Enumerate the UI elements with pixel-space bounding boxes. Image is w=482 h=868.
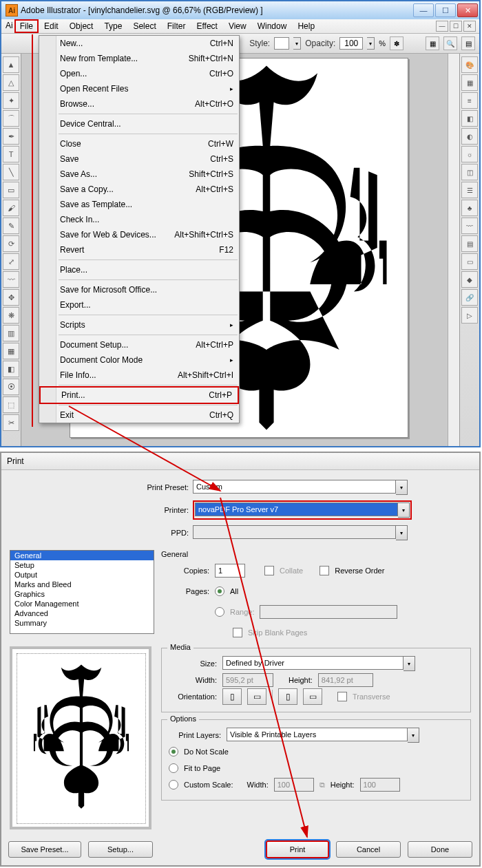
- file-menu-item[interactable]: Document Color Mode▸: [39, 352, 239, 368]
- file-menu-item[interactable]: Save As...Shift+Ctrl+S: [39, 167, 239, 182]
- media-size-dropdown-button[interactable]: ▾: [404, 656, 415, 671]
- file-menu-item[interactable]: Save a Copy...Alt+Ctrl+S: [39, 182, 239, 197]
- align-panel-icon[interactable]: ▤: [461, 235, 478, 252]
- file-menu-item[interactable]: Document Setup...Alt+Ctrl+P: [39, 337, 239, 352]
- color-panel-icon[interactable]: 🎨: [461, 56, 478, 73]
- layers-panel-icon[interactable]: ☰: [461, 182, 478, 198]
- gradient-tool-icon[interactable]: ◧: [3, 361, 19, 377]
- mesh-tool-icon[interactable]: ▦: [3, 343, 19, 359]
- category-item[interactable]: Marks and Bleed: [10, 580, 154, 589]
- print-preset-dropdown-button[interactable]: ▾: [396, 480, 408, 495]
- fit-to-page-radio[interactable]: [169, 763, 178, 773]
- doc-restore-button[interactable]: ☐: [450, 21, 462, 32]
- orientation-portrait-down-icon[interactable]: ▯: [278, 688, 297, 705]
- brushes-panel-icon[interactable]: 〰: [461, 218, 478, 234]
- doc-setup-icon[interactable]: ▦: [426, 36, 439, 50]
- file-menu-item[interactable]: Save for Microsoft Office...: [39, 282, 239, 297]
- menu-effect[interactable]: Effect: [191, 19, 222, 33]
- cancel-button[interactable]: Cancel: [336, 841, 401, 858]
- file-menu-item[interactable]: Device Central...: [39, 116, 239, 131]
- file-menu-item[interactable]: Print...Ctrl+P: [39, 386, 239, 404]
- scale-tool-icon[interactable]: ⤢: [3, 253, 19, 270]
- graph-tool-icon[interactable]: ▥: [3, 325, 19, 341]
- links-panel-icon[interactable]: 🔗: [461, 289, 478, 306]
- selection-tool-icon[interactable]: ▲: [3, 56, 19, 73]
- slice-tool-icon[interactable]: ✂: [3, 414, 19, 431]
- file-menu-item[interactable]: Scripts▸: [39, 317, 239, 332]
- file-menu-item[interactable]: New...Ctrl+N: [39, 36, 239, 51]
- type-tool-icon[interactable]: T: [3, 146, 19, 162]
- copies-input[interactable]: 1: [215, 564, 245, 578]
- doc-minimize-button[interactable]: —: [436, 21, 448, 32]
- file-menu-item[interactable]: Check In...: [39, 212, 239, 227]
- graphic-styles-panel-icon[interactable]: ◫: [461, 164, 478, 180]
- category-list[interactable]: GeneralSetupOutputMarks and BleedGraphic…: [10, 550, 154, 634]
- print-preset-value[interactable]: Custom: [193, 480, 396, 494]
- free-transform-tool-icon[interactable]: ✥: [3, 289, 19, 306]
- blend-tool-icon[interactable]: ⬚: [3, 396, 19, 413]
- print-layers-value[interactable]: Visible & Printable Layers: [227, 728, 408, 741]
- media-size-value[interactable]: Defined by Driver: [222, 656, 404, 670]
- file-menu-item[interactable]: ExitCtrl+Q: [39, 407, 239, 423]
- category-item[interactable]: General: [10, 551, 154, 560]
- category-item[interactable]: Output: [10, 570, 154, 580]
- gradient-panel-icon[interactable]: ◧: [461, 110, 478, 127]
- file-menu-item[interactable]: New from Template...Shift+Ctrl+N: [39, 51, 239, 66]
- opacity-input[interactable]: 100: [339, 37, 363, 50]
- category-item[interactable]: Graphics: [10, 589, 154, 599]
- rotate-tool-icon[interactable]: ⟳: [3, 235, 19, 252]
- opacity-dropdown-button[interactable]: ▾: [367, 37, 375, 50]
- swatches-panel-icon[interactable]: ▦: [461, 74, 478, 91]
- file-menu-item[interactable]: Export...: [39, 297, 239, 313]
- menu-file[interactable]: File: [14, 19, 39, 33]
- file-menu-item[interactable]: File Info...Alt+Shift+Ctrl+I: [39, 368, 239, 383]
- panel-toggle-icon[interactable]: ▤: [461, 36, 475, 50]
- file-menu-item[interactable]: Save as Template...: [39, 197, 239, 212]
- menu-filter[interactable]: Filter: [162, 19, 191, 33]
- pen-tool-icon[interactable]: ✒: [3, 128, 19, 145]
- pathfinder-panel-icon[interactable]: ◆: [461, 271, 478, 288]
- appearance-panel-icon[interactable]: ☼: [461, 146, 478, 162]
- window-minimize-button[interactable]: —: [413, 3, 434, 17]
- file-menu-item[interactable]: CloseCtrl+W: [39, 136, 239, 151]
- eyedropper-tool-icon[interactable]: ⦿: [3, 379, 19, 395]
- reverse-order-checkbox[interactable]: [319, 566, 329, 575]
- print-preset-combo[interactable]: Custom ▾: [193, 480, 408, 495]
- style-swatch[interactable]: [274, 37, 289, 50]
- symbols-panel-icon[interactable]: ♣: [461, 200, 478, 216]
- custom-scale-radio[interactable]: [169, 780, 178, 790]
- doc-close-button[interactable]: ✕: [463, 21, 476, 32]
- window-maximize-button[interactable]: ☐: [435, 3, 456, 17]
- menu-window[interactable]: Window: [252, 19, 293, 33]
- menu-help[interactable]: Help: [292, 19, 320, 33]
- file-menu-item[interactable]: Open Recent Files▸: [39, 81, 239, 96]
- rectangle-tool-icon[interactable]: ▭: [3, 182, 19, 198]
- menu-view[interactable]: View: [223, 19, 252, 33]
- zoom-icon[interactable]: 🔍: [443, 36, 457, 50]
- style-dropdown-button[interactable]: ▾: [293, 37, 301, 50]
- orientation-landscape-right-icon[interactable]: ▭: [303, 688, 322, 705]
- vertical-scrollbar[interactable]: [448, 54, 459, 446]
- category-item[interactable]: Summary: [10, 618, 154, 628]
- setup-button[interactable]: Setup...: [88, 841, 153, 858]
- done-button[interactable]: Done: [408, 841, 472, 858]
- file-menu-item[interactable]: Place...: [39, 262, 239, 277]
- menu-select[interactable]: Select: [127, 19, 161, 33]
- menu-object[interactable]: Object: [64, 19, 99, 33]
- orientation-portrait-up-icon[interactable]: ▯: [222, 688, 242, 705]
- file-menu-item[interactable]: Browse...Alt+Ctrl+O: [39, 96, 239, 112]
- menu-edit[interactable]: Edit: [39, 19, 64, 33]
- category-item[interactable]: Setup: [10, 560, 154, 570]
- media-size-combo[interactable]: Defined by Driver ▾: [222, 656, 415, 671]
- orientation-landscape-left-icon[interactable]: ▭: [247, 688, 266, 705]
- menu-type[interactable]: Type: [98, 19, 127, 33]
- do-not-scale-radio[interactable]: [169, 747, 178, 756]
- prefs-icon[interactable]: ✽: [390, 36, 404, 50]
- category-item[interactable]: Color Management: [10, 599, 154, 608]
- printer-value[interactable]: novaPDF Pro Server v7: [195, 502, 398, 516]
- pencil-tool-icon[interactable]: ✎: [3, 218, 19, 234]
- paintbrush-tool-icon[interactable]: 🖌: [3, 200, 19, 216]
- printer-combo[interactable]: novaPDF Pro Server v7 ▾: [193, 500, 412, 520]
- printer-dropdown-button[interactable]: ▾: [398, 502, 410, 518]
- window-close-button[interactable]: ✕: [457, 3, 478, 17]
